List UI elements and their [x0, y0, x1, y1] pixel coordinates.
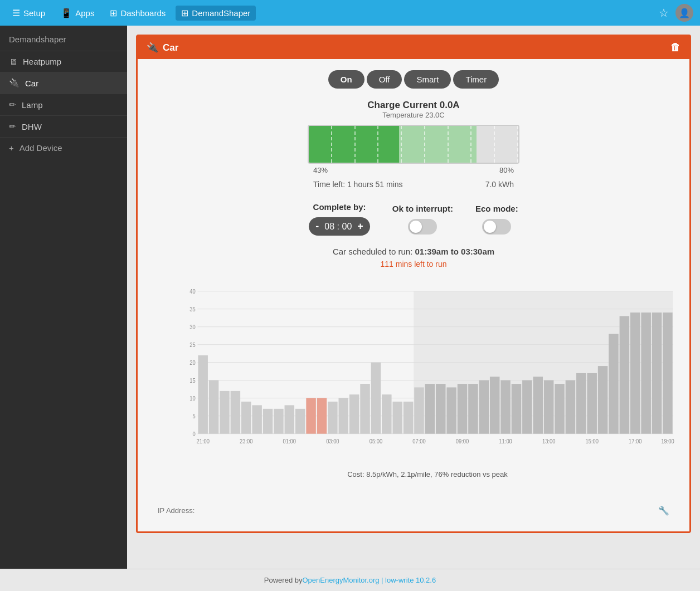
svg-text:10: 10: [189, 395, 196, 402]
svg-rect-35: [371, 363, 381, 434]
battery-dash-9: [495, 126, 518, 163]
svg-rect-32: [338, 398, 348, 434]
sidebar-title: Demandshaper: [0, 26, 127, 51]
footer-link[interactable]: OpenEnergyMonitor.org | low-write 10.2.6: [302, 576, 436, 584]
star-icon[interactable]: ☆: [659, 6, 669, 19]
svg-text:07:00: 07:00: [412, 438, 426, 445]
svg-rect-41: [436, 384, 446, 434]
svg-rect-40: [425, 384, 435, 434]
svg-rect-19: [198, 355, 208, 434]
wrench-icon[interactable]: 🔧: [658, 505, 669, 516]
sidebar: Demandshaper 🖥 Heatpump 🔌 Car ✏ Lamp ✏ D…: [0, 26, 127, 569]
nav-demandshaper-label: DemandShaper: [192, 8, 250, 18]
charge-temp: Temperature 23.0C: [149, 111, 678, 119]
svg-rect-30: [317, 398, 327, 434]
nav-dashboards-label: Dashboards: [120, 8, 166, 18]
battery-label-target: 80%: [499, 166, 514, 174]
svg-rect-43: [458, 384, 468, 434]
svg-rect-34: [360, 384, 370, 434]
nav-apps[interactable]: 📱 Apps: [55, 6, 100, 21]
battery-label-current: 43%: [313, 166, 328, 174]
device-title: Car: [163, 42, 178, 53]
battery-dash-8: [471, 126, 495, 163]
battery-dash-3: [356, 126, 379, 163]
svg-text:11:00: 11:00: [499, 438, 512, 445]
schedule-before: Car scheduled to run:: [333, 247, 415, 256]
svg-rect-55: [587, 373, 597, 434]
complete-by-group: Complete by: - 08 : 00 +: [309, 202, 370, 236]
battery-dashes: [309, 126, 518, 163]
cost-info: Cost: 8.5p/kWh, 2.1p/mile, 76% reduction…: [177, 470, 678, 478]
svg-text:03:00: 03:00: [326, 438, 339, 445]
eco-mode-toggle[interactable]: [482, 219, 511, 235]
svg-rect-24: [252, 405, 262, 433]
svg-text:15: 15: [189, 377, 196, 384]
device-card: 🔌 Car 🗑 On Off Smart Timer Charge Curren…: [136, 35, 691, 533]
charge-current: Charge Current 0.0A: [149, 100, 678, 111]
svg-rect-53: [566, 380, 576, 434]
svg-rect-26: [274, 409, 284, 434]
svg-rect-48: [512, 384, 522, 434]
sidebar-item-lamp-label: Lamp: [22, 100, 43, 110]
mode-btn-timer[interactable]: Timer: [453, 70, 499, 89]
svg-rect-27: [285, 405, 295, 433]
svg-rect-45: [479, 380, 489, 434]
nav-dashboards[interactable]: ⊞ Dashboards: [104, 6, 171, 21]
charge-info: Charge Current 0.0A Temperature 23.0C: [149, 100, 678, 119]
eco-mode-label: Eco mode:: [475, 204, 518, 213]
svg-rect-25: [263, 409, 273, 434]
svg-rect-59: [630, 312, 640, 434]
svg-rect-42: [446, 387, 456, 433]
nav-demandshaper[interactable]: ⊞ DemandShaper: [176, 6, 256, 21]
sidebar-item-car[interactable]: 🔌 Car: [0, 72, 127, 94]
time-decrease-btn[interactable]: -: [315, 221, 319, 232]
add-icon: +: [9, 143, 14, 153]
chart-svg: 051015202530354021:0023:0001:0003:0005:0…: [177, 285, 678, 463]
top-nav: ☰ Setup 📱 Apps ⊞ Dashboards ⊞ DemandShap…: [0, 0, 700, 26]
mode-btn-off[interactable]: Off: [367, 70, 402, 89]
svg-rect-33: [349, 394, 359, 433]
svg-rect-56: [598, 366, 608, 434]
sidebar-item-heatpump-label: Heatpump: [23, 57, 61, 66]
schedule-time: 01:39am to 03:30am: [415, 247, 495, 256]
time-value: 08 : 00: [324, 222, 352, 232]
ip-address-label: IP Address:: [158, 506, 195, 515]
nav-setup[interactable]: ☰ Setup: [7, 6, 51, 21]
ok-to-interrupt-group: Ok to interrupt:: [392, 204, 453, 235]
mode-btn-smart[interactable]: Smart: [404, 70, 451, 89]
svg-text:23:00: 23:00: [240, 438, 253, 445]
chart-container: 051015202530354021:0023:0001:0003:0005:0…: [149, 280, 678, 501]
menu-icon: ☰: [12, 8, 20, 18]
time-increase-btn[interactable]: +: [357, 221, 363, 232]
mode-btn-on[interactable]: On: [328, 70, 364, 89]
svg-rect-46: [490, 377, 500, 433]
svg-rect-54: [576, 373, 586, 434]
svg-rect-22: [231, 391, 241, 434]
svg-text:20: 20: [189, 359, 196, 366]
sidebar-item-dhw[interactable]: ✏ DHW: [0, 115, 127, 137]
battery-dash-4: [378, 126, 402, 163]
dashboards-icon: ⊞: [110, 8, 117, 18]
battery-dash-1: [309, 126, 332, 163]
avatar-icon: 👤: [679, 8, 690, 18]
complete-by-label: Complete by:: [313, 202, 366, 212]
sidebar-item-heatpump[interactable]: 🖥 Heatpump: [0, 51, 127, 72]
schedule-text: Car scheduled to run: 01:39am to 03:30am: [149, 247, 678, 256]
sidebar-item-lamp[interactable]: ✏ Lamp: [0, 94, 127, 115]
svg-text:0: 0: [193, 431, 196, 437]
time-energy-row: Time left: 1 hours 51 mins 7.0 kWh: [308, 178, 519, 191]
demandshaper-icon: ⊞: [181, 8, 188, 18]
svg-rect-44: [468, 384, 478, 434]
svg-text:5: 5: [193, 413, 196, 419]
svg-text:30: 30: [189, 324, 196, 330]
delete-icon[interactable]: 🗑: [670, 42, 680, 53]
svg-rect-62: [663, 312, 673, 434]
footer-powered-by: Powered by: [264, 576, 303, 584]
sidebar-item-car-label: Car: [25, 79, 38, 88]
avatar[interactable]: 👤: [675, 4, 693, 22]
svg-rect-37: [392, 402, 402, 434]
svg-rect-47: [500, 380, 511, 434]
sidebar-item-add-device[interactable]: + Add Device: [0, 137, 127, 158]
content-area: 🔌 Car 🗑 On Off Smart Timer Charge Curren…: [127, 26, 700, 569]
ok-to-interrupt-toggle[interactable]: [408, 219, 437, 235]
